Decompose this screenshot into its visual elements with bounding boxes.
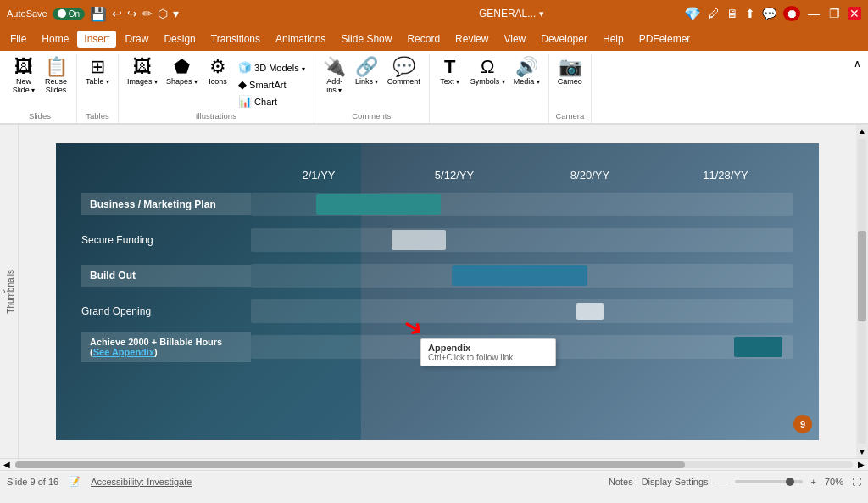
3d-models-button[interactable]: 🧊 3D Models ▾ [235, 59, 309, 75]
table-label: Table ▾ [86, 77, 109, 86]
cameo-icon: 📷 [559, 58, 581, 76]
ribbon-group-illustrations: 🖼 Images ▾ ⬟ Shapes ▾ ⚙ Icons 🧊 3D Model… [119, 54, 314, 123]
scroll-down-btn[interactable]: ▼ [856, 445, 868, 458]
shapes-button[interactable]: ⬟ Shapes ▾ [163, 56, 201, 87]
notes-btn[interactable]: Notes [609, 477, 633, 487]
menu-draw[interactable]: Draw [118, 31, 155, 48]
gantt-bar-2 [392, 230, 446, 250]
gantt-track-2 [251, 228, 793, 252]
addins-button[interactable]: 🔌 Add-ins ▾ [320, 56, 350, 96]
text-icon: T [444, 58, 455, 76]
shapes-label: Shapes ▾ [166, 77, 198, 86]
media-icon: 🔊 [515, 58, 538, 76]
slide-notes-icon[interactable]: 📝 [69, 476, 81, 487]
3d-icon: 🧊 [238, 61, 252, 74]
ribbon-collapse-btn[interactable]: ∧ [850, 54, 865, 70]
menu-bar: File Home Insert Draw Design Transitions… [0, 27, 868, 51]
zoom-slider[interactable] [735, 480, 803, 483]
reuse-slides-button[interactable]: 📋 ReuseSlides [41, 56, 71, 96]
images-label: Images ▾ [127, 77, 158, 86]
text-button[interactable]: T Text ▾ [435, 56, 465, 87]
accessibility-info[interactable]: Accessibility: Investigate [91, 477, 192, 487]
cameo-button[interactable]: 📷 Cameo [554, 56, 586, 87]
pen-icon[interactable]: ✏ [142, 7, 153, 20]
gantt-track-3 [251, 264, 793, 288]
gantt-label-4: Grand Opening [81, 305, 251, 317]
shapes-icon: ⬟ [174, 58, 190, 76]
pen2-icon[interactable]: 🖊 [708, 7, 720, 20]
save-icon[interactable]: 💾 [90, 6, 107, 22]
restore-btn[interactable]: ❐ [827, 7, 841, 20]
menu-developer[interactable]: Developer [534, 31, 594, 48]
media-button[interactable]: 🔊 Media ▾ [510, 56, 543, 87]
customize-icon[interactable]: ▾ [173, 7, 179, 20]
cameo-label: Cameo [558, 77, 582, 86]
diamond-icon[interactable]: 💎 [684, 6, 701, 22]
smartart-icon: ◆ [238, 78, 247, 91]
links-label: Links ▾ [355, 77, 379, 86]
tooltip-text: Ctrl+Click to follow link [428, 353, 548, 362]
menu-pdfelement[interactable]: PDFelemer [632, 31, 698, 48]
images-button[interactable]: 🖼 Images ▾ [124, 56, 161, 87]
menu-view[interactable]: View [497, 31, 532, 48]
menu-home[interactable]: Home [35, 31, 75, 48]
h-scroll-right-btn[interactable]: ▶ [854, 460, 868, 469]
record-btn[interactable]: ⏺ [783, 6, 800, 21]
fit-to-window-btn[interactable]: ⛶ [852, 477, 861, 487]
h-scroll-left-btn[interactable]: ◀ [0, 460, 14, 469]
symbols-label: Symbols ▾ [470, 77, 505, 86]
redo-icon[interactable]: ↪ [127, 7, 137, 20]
scroll-up-btn[interactable]: ▲ [856, 125, 868, 137]
tooltip-title: Appendix [428, 343, 548, 353]
menu-animations[interactable]: Animations [269, 31, 332, 48]
table-button[interactable]: ⊞ Table ▾ [82, 56, 113, 87]
status-bar-right: Notes Display Settings — + 70% ⛶ [609, 477, 861, 487]
share-icon[interactable]: ⬆ [745, 7, 755, 20]
reuse-slides-icon: 📋 [45, 58, 68, 76]
menu-record[interactable]: Record [400, 31, 447, 48]
thumbnails-panel[interactable]: › Thumbnails [0, 125, 19, 458]
gantt-date-4: 11/28/YY [658, 169, 793, 182]
minimize-btn[interactable]: — [807, 7, 821, 20]
gantt-label-2: Secure Funding [81, 234, 251, 246]
zoom-minus-btn[interactable]: — [717, 477, 726, 487]
gantt-track-1 [251, 193, 793, 216]
gantt-row-1: Business / Marketing Plan [81, 188, 793, 221]
menu-insert[interactable]: Insert [77, 31, 116, 48]
see-appendix-link[interactable]: See Appendix [93, 347, 154, 357]
display-settings-btn[interactable]: Display Settings [642, 477, 709, 487]
link-tooltip: Appendix Ctrl+Click to follow link [420, 338, 556, 366]
menu-design[interactable]: Design [157, 31, 202, 48]
new-slide-button[interactable]: 🖼 NewSlide ▾ [8, 56, 39, 96]
monitor-icon[interactable]: 🖥 [726, 7, 738, 20]
shapes-icon[interactable]: ⬡ [158, 7, 168, 20]
gantt-label-1: Business / Marketing Plan [81, 193, 251, 215]
links-button[interactable]: 🔗 Links ▾ [352, 56, 382, 87]
symbols-button[interactable]: Ω Symbols ▾ [467, 56, 509, 87]
comment-button[interactable]: 💬 Comment [384, 56, 424, 87]
chart-button[interactable]: 📊 Chart [235, 93, 309, 109]
smartart-button[interactable]: ◆ SmartArt [235, 76, 309, 92]
3d-label: 3D Models ▾ [254, 63, 305, 73]
menu-help[interactable]: Help [596, 31, 631, 48]
gantt-date-3: 8/20/YY [522, 169, 658, 182]
undo-icon[interactable]: ↩ [112, 7, 122, 20]
icons-button[interactable]: ⚙ Icons [203, 56, 233, 87]
autosave-toggle[interactable]: On [53, 8, 85, 20]
zoom-level[interactable]: 70% [825, 477, 843, 487]
ribbon-group-addins: 🔌 Add-ins ▾ 🔗 Links ▾ 💬 Comment Comments [314, 54, 430, 123]
menu-slideshow[interactable]: Slide Show [334, 31, 398, 48]
comment-icon[interactable]: 💬 [762, 7, 776, 20]
scroll-thumb[interactable] [858, 231, 866, 322]
zoom-plus-btn[interactable]: + [811, 477, 816, 487]
gantt-bar-4 [576, 303, 604, 320]
slide-number: 9 [793, 415, 812, 433]
title-dropdown-btn[interactable]: ▾ [539, 8, 544, 19]
chart-label: Chart [254, 97, 277, 107]
menu-review[interactable]: Review [448, 31, 495, 48]
close-btn[interactable]: ✕ [848, 7, 861, 20]
h-scroll-track[interactable] [15, 461, 853, 468]
menu-transitions[interactable]: Transitions [204, 31, 267, 48]
menu-file[interactable]: File [3, 31, 33, 48]
reuse-slides-label: ReuseSlides [45, 77, 67, 94]
